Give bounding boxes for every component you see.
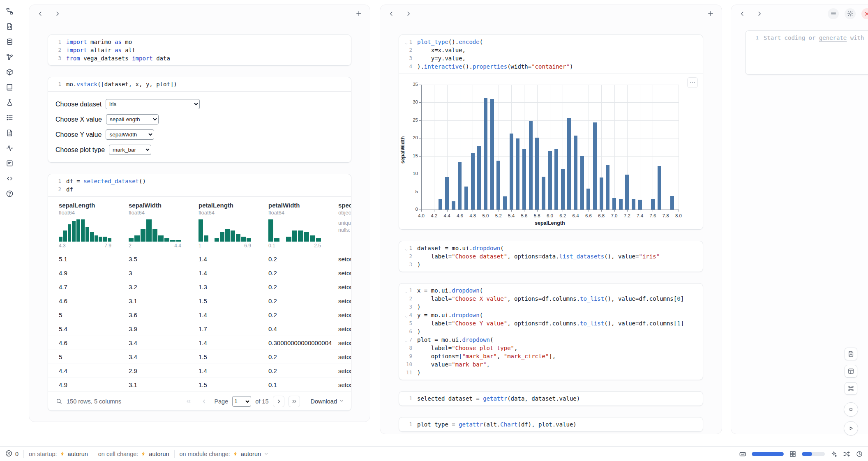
altair-chart[interactable]: 4.04.24.44.64.85.05.25.45.65.86.06.26.46…	[399, 74, 703, 229]
code-line[interactable]: 3from vega_datasets import data	[48, 54, 351, 62]
table-row[interactable]: 4.63.11.50.2setosa	[48, 294, 351, 308]
table-row[interactable]: 5.43.91.70.4setosa	[48, 322, 351, 336]
next-page-button[interactable]	[273, 396, 284, 407]
menu-icon[interactable]	[828, 8, 839, 19]
code-line[interactable]: 3 y=y.value,	[399, 54, 703, 62]
code-line[interactable]: 3)	[399, 260, 703, 269]
search-icon[interactable]	[55, 398, 62, 405]
column-prev-button[interactable]	[386, 8, 397, 19]
code-line[interactable]: 4y = mo.ui.dropdown(	[399, 311, 703, 319]
sparkles-icon[interactable]	[830, 450, 838, 458]
add-column-button[interactable]	[353, 8, 364, 19]
first-page-button[interactable]	[183, 396, 194, 407]
document-icon[interactable]	[5, 128, 14, 137]
code-line[interactable]: 4).interactive().properties(width="conta…	[399, 62, 703, 71]
column-next-button[interactable]	[52, 8, 63, 19]
code-line[interactable]: 1df = selected_dataset()	[48, 177, 351, 185]
choose-y-value-select[interactable]: sepalWidth	[106, 129, 154, 140]
column-header-sepalLength[interactable]: sepalLengthfloat644.37.9	[59, 202, 129, 249]
table-row[interactable]: 4.73.21.30.2setosa	[48, 280, 351, 294]
run-setting[interactable]: on cell change:autorun	[98, 451, 169, 457]
help-icon[interactable]	[5, 189, 14, 198]
code-editor[interactable]: 1dataset = mo.ui.dropdown(2 label="Choos…	[399, 241, 703, 272]
code-editor[interactable]: 1plot_type().encode(2 x=x.value,3 y=y.va…	[399, 35, 703, 74]
column-header-petalWidth[interactable]: petalWidthfloat640.12.5	[268, 202, 338, 249]
code-line[interactable]: 2 x=x.value,	[399, 46, 703, 54]
last-page-button[interactable]	[289, 396, 300, 407]
column-header-sepalWidth[interactable]: sepalWidthfloat6424.4	[129, 202, 199, 249]
empty-cell-editor[interactable]: 1 Start coding or generate with	[745, 30, 868, 75]
errors-indicator[interactable]: 0	[5, 449, 18, 459]
cell-plot-type[interactable]: 1plot_type = getattr(alt.Chart(df), plot…	[399, 417, 703, 432]
panel-next-button[interactable]	[754, 8, 765, 19]
code-line[interactable]: 2import altair as alt	[48, 46, 351, 54]
code-editor[interactable]: 1df = selected_dataset()2df	[48, 174, 351, 196]
page-select[interactable]: 1	[232, 396, 251, 407]
table-row[interactable]: 53.41.50.2setosa	[48, 350, 351, 364]
table-row[interactable]: 4.42.91.40.2setosa	[48, 364, 351, 378]
code-editor[interactable]: 1mo.vstack([dataset, x, y, plot])	[48, 77, 351, 91]
file-code-icon[interactable]	[5, 22, 14, 31]
table-row[interactable]: 5.13.51.40.2setosa	[48, 252, 351, 266]
column-header-species[interactable]: speciesobjectunique:nulls:	[338, 202, 351, 249]
code-line[interactable]: 1mo.vstack([dataset, x, y, plot])	[48, 80, 351, 88]
panel-layout-button[interactable]	[845, 365, 857, 378]
table-row[interactable]: 53.61.40.2setosa	[48, 308, 351, 322]
code-line[interactable]: 1dataset = mo.ui.dropdown(	[399, 244, 703, 252]
code-line[interactable]: 2df	[48, 185, 351, 194]
command-palette-button[interactable]	[845, 382, 857, 395]
snippets-icon[interactable]	[5, 174, 14, 183]
grid-icon[interactable]	[789, 450, 796, 458]
run-all-button[interactable]	[844, 421, 858, 436]
chart-actions-button[interactable]	[687, 77, 698, 88]
scratchpad-icon[interactable]	[5, 159, 14, 168]
code-line[interactable]: 5 label="Choose Y value", options=df.col…	[399, 319, 703, 327]
cell-chart[interactable]: 1plot_type().encode(2 x=x.value,3 y=y.va…	[399, 35, 703, 230]
code-line[interactable]: 9 options=["mark_bar", "mark_circle"],	[399, 352, 703, 360]
code-line[interactable]: 1plot_type = getattr(alt.Chart(df), plot…	[399, 420, 703, 429]
history-icon[interactable]	[856, 450, 863, 458]
keyboard-icon[interactable]	[739, 450, 746, 458]
gear-icon[interactable]	[845, 8, 856, 19]
choose-dataset-select[interactable]: iris	[106, 99, 200, 109]
column-next-button[interactable]	[403, 8, 414, 19]
code-line[interactable]: 2 label="Choose X value", options=df.col…	[399, 295, 703, 303]
code-line[interactable]: 6)	[399, 327, 703, 336]
table-row[interactable]: 4.931.40.2setosa	[48, 266, 351, 280]
code-line[interactable]: 10 value="mark_bar",	[399, 360, 703, 369]
code-line[interactable]: 8 label="Choose plot type",	[399, 344, 703, 352]
shuffle-icon[interactable]	[843, 450, 850, 458]
stop-button[interactable]	[844, 402, 858, 417]
cell-dataframe[interactable]: 1df = selected_dataset()2df sepalLengthf…	[48, 174, 351, 411]
activity-icon[interactable]	[5, 143, 14, 152]
code-editor[interactable]: 1plot_type = getattr(alt.Chart(df), plot…	[399, 417, 703, 431]
book-icon[interactable]	[5, 83, 14, 92]
cell-imports[interactable]: 1import marimo as mo2import altair as al…	[48, 35, 351, 66]
flask-icon[interactable]	[5, 98, 14, 107]
column-prev-button[interactable]	[35, 8, 46, 19]
code-line[interactable]: 1x = mo.ui.dropdown(	[399, 286, 703, 295]
panel-prev-button[interactable]	[737, 8, 748, 19]
run-setting[interactable]: on module change:autorun	[180, 451, 269, 457]
code-line[interactable]: 7plot = mo.ui.dropdown(	[399, 336, 703, 344]
cell-selected-dataset[interactable]: 1selected_dataset = getattr(data, datase…	[399, 391, 703, 406]
cell-controls[interactable]: 1mo.vstack([dataset, x, y, plot]) Choose…	[48, 77, 351, 163]
cell-dataset-dropdown[interactable]: 1dataset = mo.ui.dropdown(2 label="Choos…	[399, 241, 703, 272]
close-panel-button[interactable]	[861, 8, 868, 19]
table-row[interactable]: 4.93.11.50.1setosa	[48, 378, 351, 392]
cell-xy-plot-dropdowns[interactable]: 1x = mo.ui.dropdown(2 label="Choose X va…	[399, 283, 703, 380]
run-setting[interactable]: on startup:autorun	[29, 451, 88, 457]
choose-plot-type-select[interactable]: mark_bar	[109, 145, 151, 155]
column-header-petalLength[interactable]: petalLengthfloat6416.9	[199, 202, 268, 249]
generate-link[interactable]: generate	[819, 35, 847, 41]
code-editor[interactable]: 1selected_dataset = getattr(data, datase…	[399, 392, 703, 406]
package-icon[interactable]	[5, 67, 14, 76]
code-line[interactable]: 2 label="Choose dataset", options=data.l…	[399, 252, 703, 260]
save-button[interactable]	[845, 348, 857, 360]
code-line[interactable]: 3)	[399, 303, 703, 311]
prev-page-button[interactable]	[199, 396, 210, 407]
code-editor[interactable]: 1x = mo.ui.dropdown(2 label="Choose X va…	[399, 284, 703, 380]
choose-x-value-select[interactable]: sepalLength	[106, 114, 159, 124]
download-button[interactable]: Download	[311, 398, 345, 405]
code-line[interactable]: 1plot_type().encode(	[399, 38, 703, 46]
